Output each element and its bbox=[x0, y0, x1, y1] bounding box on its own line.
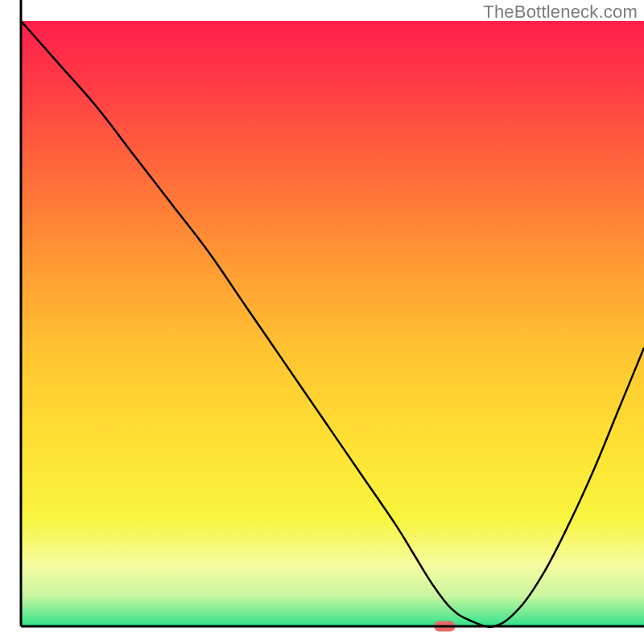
plot-background bbox=[21, 21, 644, 626]
chart-svg bbox=[0, 0, 644, 644]
watermark-text: TheBottleneck.com bbox=[483, 2, 638, 23]
bottleneck-chart: TheBottleneck.com bbox=[0, 0, 644, 644]
